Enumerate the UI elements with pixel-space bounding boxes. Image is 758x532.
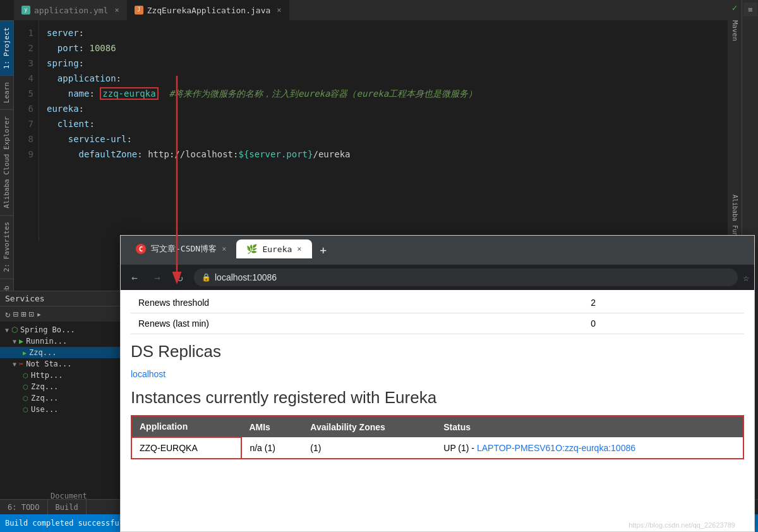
tree-item-use[interactable]: ⬡ Use... xyxy=(0,404,126,415)
line-numbers: 12345 6789 xyxy=(14,20,39,241)
tree-label-not-started: Not Sta... xyxy=(26,360,71,368)
browser-window: C 写文章-CSDN博客 × 🌿 Eureka × + ← → ↻ 🔒 xyxy=(120,235,755,532)
table-header-zones: Availability Zones xyxy=(303,416,436,437)
ds-localhost-link[interactable]: localhost xyxy=(121,366,754,382)
tab-java[interactable]: J ZzqEurekaApplication.java × xyxy=(127,0,289,20)
maven-check-icon: ✓ xyxy=(730,0,740,15)
code-line-2: port: 10086 xyxy=(47,40,720,56)
browser-nav: ← → ↻ 🔒 localhost:10086 ☆ xyxy=(121,265,754,290)
tab-yaml-close[interactable]: × xyxy=(114,6,119,15)
zzq3-icon: ⬡ xyxy=(23,395,28,402)
toolbar-icon-3[interactable]: ⊞ xyxy=(21,309,26,319)
run-icon: ▶ xyxy=(19,337,23,346)
browser-tab-eureka-close[interactable]: × xyxy=(297,245,301,253)
watermark: https://blog.csdn.net/qq_22623789 xyxy=(629,521,735,529)
maven-label[interactable]: Maven xyxy=(731,15,739,41)
build-success-message: Build completed successfully xyxy=(5,519,133,528)
renews-threshold-label: Renews threshold xyxy=(131,293,583,313)
tab-yaml-label: application.yml xyxy=(34,6,108,15)
tree-item-springboot[interactable]: ▼ ⬡ Spring Bo... xyxy=(0,324,126,336)
tree-label-springbot: Spring Bo... xyxy=(20,325,75,334)
renews-threshold-row: Renews threshold 2 xyxy=(131,293,744,313)
row-amis: n/a (1) xyxy=(241,437,303,459)
sidebar-item-favorites[interactable]: 2: Favorites xyxy=(0,215,13,278)
browser-tab-csdn[interactable]: C 写文章-CSDN博客 × xyxy=(126,239,236,258)
tree-label-running: Runnin... xyxy=(26,337,67,346)
back-button[interactable]: ← xyxy=(126,269,143,286)
forward-button[interactable]: → xyxy=(148,269,166,286)
toolbar-icon-2[interactable]: ⊟ xyxy=(13,309,18,319)
code-line-8: service-url: xyxy=(47,131,720,147)
tree-item-notstarted[interactable]: ▼ ✂ Not Sta... xyxy=(0,358,126,370)
tree-item-zzq[interactable]: ▶ Zzq... xyxy=(0,347,126,358)
table-header-amis: AMIs xyxy=(241,416,303,437)
row-zones: (1) xyxy=(303,437,436,459)
services-title: Services xyxy=(5,294,45,303)
bookmark-icon[interactable]: ☆ xyxy=(743,272,749,284)
code-line-9: defaultZone: http://localhost:${server.p… xyxy=(47,147,720,162)
tab-java-close[interactable]: × xyxy=(277,6,281,15)
services-header: Services xyxy=(0,291,126,306)
services-panel: Services ↻ ⊟ ⊞ ⊡ ▸ ▼ ⬡ Spring Bo... ▼ ▶ … xyxy=(0,291,126,514)
sidebar-item-cloud-explorer[interactable]: Alibaba Cloud Explorer xyxy=(0,109,13,215)
tab-yaml[interactable]: y application.yml × xyxy=(14,0,127,20)
new-tab-button[interactable]: + xyxy=(315,241,332,258)
toolbar-icon-5[interactable]: ▸ xyxy=(37,309,42,319)
row-status: UP (1) - LAPTOP-PMESV61O:zzq-eurqka:1008… xyxy=(436,437,743,459)
tab-todo[interactable]: 6: TODO xyxy=(0,500,48,515)
services-tree: ▼ ⬡ Spring Bo... ▼ ▶ Runnin... ▶ Zzq... … xyxy=(0,322,126,418)
code-line-1: server: xyxy=(47,25,720,40)
tree-item-running[interactable]: ▼ ▶ Runnin... xyxy=(0,336,126,347)
address-bar[interactable]: 🔒 localhost:10086 xyxy=(194,269,738,286)
zzq-icon: ▶ xyxy=(23,349,27,356)
instances-table: Application AMIs Availability Zones Stat… xyxy=(131,415,744,459)
use-icon: ⬡ xyxy=(23,406,28,413)
tree-label-zzq: Zzq... xyxy=(29,348,56,357)
stop-icon: ✂ xyxy=(19,360,23,368)
renews-section: Renews threshold 2 Renews (last min) 0 xyxy=(121,290,754,334)
renews-threshold-value: 2 xyxy=(583,293,744,313)
ide-background: 1: Project Learn Alibaba Cloud Explorer … xyxy=(0,0,758,532)
spring-icon: ⬡ xyxy=(11,325,18,334)
reload-button[interactable]: ↻ xyxy=(171,269,189,286)
expand-arrow: ▼ xyxy=(5,327,9,334)
row-application: ZZQ-EURQKA xyxy=(131,437,241,459)
expand-arrow-running: ▼ xyxy=(13,338,16,345)
code-content[interactable]: server: port: 10086 spring: application:… xyxy=(39,20,728,241)
panel-right-icon[interactable]: ≡ xyxy=(743,3,757,16)
browser-chrome: C 写文章-CSDN博客 × 🌿 Eureka × + xyxy=(121,236,754,265)
renews-lastmin-row: Renews (last min) 0 xyxy=(131,313,744,334)
http-icon: ⬡ xyxy=(23,372,28,379)
tab-build[interactable]: Build xyxy=(48,500,87,515)
tree-label-zzq3: Zzq... xyxy=(31,394,58,402)
tab-java-label: ZzqEurekaApplication.java xyxy=(147,6,271,15)
lock-icon: 🔒 xyxy=(202,273,211,282)
ds-replicas-title: DS Replicas xyxy=(121,334,754,366)
tree-item-zzq3[interactable]: ⬡ Zzq... xyxy=(0,392,126,404)
services-toolbar: ↻ ⊟ ⊞ ⊡ ▸ xyxy=(0,306,126,322)
tree-label-zzq2: Zzq... xyxy=(31,382,58,391)
code-line-5: name: zzq-eurqka #将来作为微服务的名称，注入到eureka容器… xyxy=(47,86,720,101)
table-header-status: Status xyxy=(436,416,743,437)
refresh-icon[interactable]: ↻ xyxy=(5,309,10,319)
sidebar-item-project[interactable]: 1: Project xyxy=(0,20,13,75)
editor-tabs: y application.yml × J ZzqEurekaApplicati… xyxy=(14,0,728,20)
sidebar-item-learn[interactable]: Learn xyxy=(0,75,13,109)
status-link[interactable]: LAPTOP-PMESV61O:zzq-eurqka:10086 xyxy=(477,443,635,453)
browser-content: Renews threshold 2 Renews (last min) 0 D… xyxy=(121,290,754,531)
code-line-7: client: xyxy=(47,116,720,131)
tree-item-http[interactable]: ⬡ Http... xyxy=(0,370,126,381)
tree-label-use: Use... xyxy=(31,405,58,414)
code-line-6: eureka: xyxy=(47,101,720,116)
eureka-favicon: 🌿 xyxy=(246,244,257,254)
toolbar-icon-4[interactable]: ⊡ xyxy=(28,309,33,319)
zzq2-icon: ⬡ xyxy=(23,384,28,390)
table-row: ZZQ-EURQKA n/a (1) (1) UP (1) - LAPTOP-P… xyxy=(131,437,743,459)
tree-label-http: Http... xyxy=(31,371,63,380)
csdn-favicon: C xyxy=(136,244,146,254)
tree-item-zzq2[interactable]: ⬡ Zzq... xyxy=(0,381,126,392)
browser-tab-eureka[interactable]: 🌿 Eureka × xyxy=(236,239,311,258)
status-up-text: UP (1) - xyxy=(443,443,474,453)
browser-tab-csdn-close[interactable]: × xyxy=(222,245,226,253)
renews-lastmin-value: 0 xyxy=(583,313,744,334)
